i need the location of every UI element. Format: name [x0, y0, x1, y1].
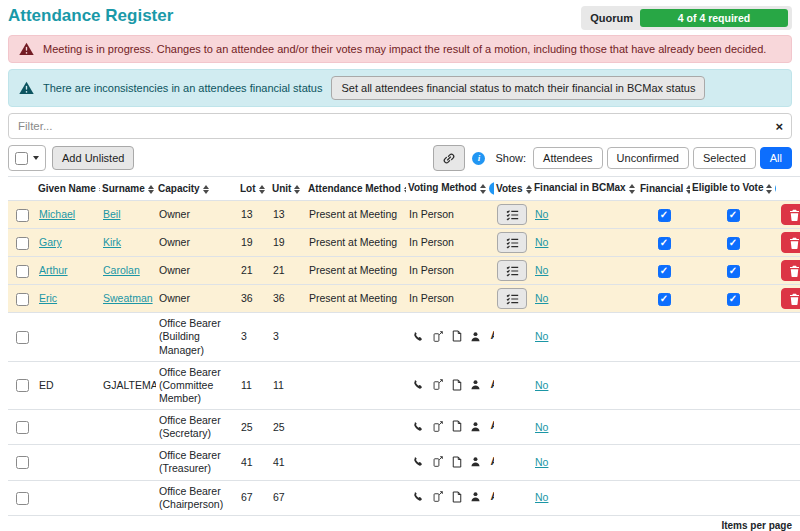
eligible-to-vote-checkbox[interactable] [727, 237, 740, 250]
sort-icon[interactable] [99, 185, 100, 195]
votes-button[interactable] [497, 204, 527, 225]
sort-icon[interactable] [148, 185, 154, 195]
proxy-method-button[interactable] [469, 329, 482, 343]
eligible-to-vote-checkbox[interactable] [727, 209, 740, 222]
paper-method-button[interactable] [450, 378, 463, 392]
row-checkbox[interactable] [16, 293, 29, 306]
info-icon[interactable]: i [775, 182, 776, 195]
delete-attendee-button[interactable] [781, 204, 800, 225]
eligible-to-vote-checkbox[interactable] [727, 293, 740, 306]
proxy-method-button[interactable] [469, 378, 482, 392]
row-checkbox[interactable] [16, 331, 29, 344]
phone-out-method-button[interactable] [431, 490, 444, 504]
info-icon[interactable]: i [489, 182, 494, 195]
sort-icon[interactable] [259, 185, 265, 195]
delete-attendee-button[interactable] [781, 232, 800, 253]
delete-attendee-button[interactable] [781, 260, 800, 281]
financial-bcmax-link[interactable]: No [535, 491, 548, 503]
column-header-given-name[interactable]: Given Name [36, 177, 100, 201]
show-filter-attendees[interactable]: Attendees [533, 147, 603, 169]
paper-method-button[interactable] [450, 455, 463, 469]
row-checkbox[interactable] [16, 492, 29, 505]
column-header-voting-method[interactable]: Voting Methodi [406, 177, 494, 201]
absent-method-button[interactable]: A [488, 329, 494, 343]
given-name-link[interactable]: Arthur [39, 264, 68, 276]
column-header-capacity[interactable]: Capacity [156, 177, 238, 201]
proxy-method-button[interactable] [469, 419, 482, 433]
phone-method-button[interactable] [412, 378, 425, 392]
phone-out-method-button[interactable] [431, 378, 444, 392]
financial-checkbox[interactable] [658, 237, 671, 250]
absent-method-button[interactable]: A [488, 490, 494, 504]
sort-icon[interactable] [526, 185, 532, 195]
surname-link[interactable]: Sweatman [103, 292, 153, 304]
given-name-link[interactable]: Gary [39, 236, 62, 248]
votes-button[interactable] [497, 260, 527, 281]
filter-input[interactable] [8, 113, 792, 139]
sort-icon[interactable] [480, 184, 486, 194]
votes-button[interactable] [497, 232, 527, 253]
sort-icon[interactable] [629, 184, 635, 194]
row-checkbox[interactable] [16, 265, 29, 278]
sort-icon[interactable] [203, 185, 209, 195]
absent-method-button[interactable]: A [488, 455, 494, 469]
column-header-unit[interactable]: Unit [270, 177, 306, 201]
paper-method-button[interactable] [450, 329, 463, 343]
surname-link[interactable]: Carolan [103, 264, 140, 276]
paper-method-button[interactable] [450, 490, 463, 504]
financial-bcmax-link[interactable]: No [535, 421, 548, 433]
phone-method-button[interactable] [412, 329, 425, 343]
sort-icon[interactable] [294, 185, 300, 195]
sort-icon[interactable] [686, 185, 690, 195]
phone-method-button[interactable] [412, 455, 425, 469]
toolbar-info-icon[interactable]: i [472, 152, 485, 165]
column-header-financial-in-bcmax[interactable]: Financial in BCMaxi [532, 177, 638, 201]
phone-out-method-button[interactable] [431, 455, 444, 469]
column-header-surname[interactable]: Surname [100, 177, 156, 201]
financial-checkbox[interactable] [658, 209, 671, 222]
financial-bcmax-link[interactable]: No [535, 236, 548, 248]
row-checkbox[interactable] [16, 421, 29, 434]
eligible-to-vote-checkbox[interactable] [727, 265, 740, 278]
row-checkbox[interactable] [16, 379, 29, 392]
row-checkbox[interactable] [16, 456, 29, 469]
sort-icon[interactable] [404, 185, 406, 195]
financial-checkbox[interactable] [658, 265, 671, 278]
column-header-attendance-method[interactable]: Attendance Method [306, 177, 406, 201]
phone-method-button[interactable] [412, 419, 425, 433]
financial-checkbox[interactable] [658, 293, 671, 306]
row-checkbox[interactable] [16, 237, 29, 250]
phone-out-method-button[interactable] [431, 419, 444, 433]
clear-filter-icon[interactable]: × [775, 119, 783, 134]
show-filter-selected[interactable]: Selected [693, 147, 756, 169]
show-filter-all[interactable]: All [760, 147, 792, 169]
set-financial-status-button[interactable]: Set all attendees financial status to ma… [331, 76, 705, 100]
copy-link-button[interactable] [433, 145, 465, 171]
proxy-method-button[interactable] [469, 455, 482, 469]
show-filter-unconfirmed[interactable]: Unconfirmed [607, 147, 689, 169]
surname-link[interactable]: Beil [103, 208, 121, 220]
column-header-eligible-to-vote[interactable]: Eligible to Votei [690, 177, 776, 201]
financial-bcmax-link[interactable]: No [535, 456, 548, 468]
paper-method-button[interactable] [450, 419, 463, 433]
row-checkbox[interactable] [16, 209, 29, 222]
select-all-dropdown[interactable] [8, 145, 46, 171]
column-header-lot[interactable]: Lot [238, 177, 270, 201]
given-name-link[interactable]: Michael [39, 208, 75, 220]
proxy-method-button[interactable] [469, 490, 482, 504]
financial-bcmax-link[interactable]: No [535, 208, 548, 220]
surname-link[interactable]: Kirk [103, 236, 121, 248]
financial-bcmax-link[interactable]: No [535, 379, 548, 391]
absent-method-button[interactable]: A [488, 419, 494, 433]
phone-out-method-button[interactable] [431, 329, 444, 343]
phone-method-button[interactable] [412, 490, 425, 504]
financial-bcmax-link[interactable]: No [535, 292, 548, 304]
financial-bcmax-link[interactable]: No [535, 330, 548, 342]
select-all-checkbox[interactable] [15, 152, 28, 165]
financial-bcmax-link[interactable]: No [535, 264, 548, 276]
absent-method-button[interactable]: A [488, 378, 494, 392]
delete-attendee-button[interactable] [781, 288, 800, 309]
given-name-link[interactable]: Eric [39, 292, 57, 304]
column-header-votes[interactable]: Votes [494, 177, 532, 201]
votes-button[interactable] [497, 288, 527, 309]
